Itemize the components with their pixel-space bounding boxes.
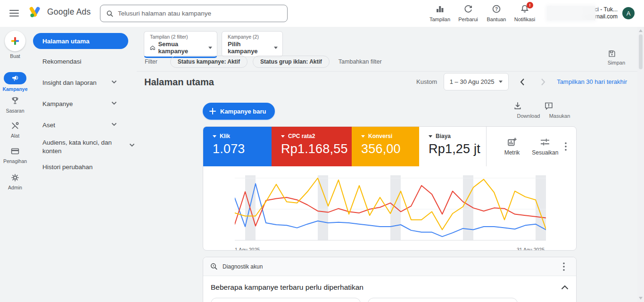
search-icon bbox=[106, 10, 114, 17]
refresh-button[interactable]: Perbarui bbox=[454, 4, 482, 22]
chevron-down-icon bbox=[129, 143, 135, 147]
search-input[interactable] bbox=[118, 10, 281, 17]
report-actions: Download Masukan bbox=[513, 101, 575, 119]
diagnostics-body: Beberapa kampanye terbaru perlu diperhat… bbox=[203, 276, 576, 302]
campaign-selector[interactable]: Kampanye (2) Pilih kampanye bbox=[222, 31, 283, 57]
google-ads-app: Google Ads Tampilan Perbarui bbox=[0, 0, 644, 302]
filter-chip-adgroup-status[interactable]: Status grup iklan: Aktif bbox=[253, 56, 330, 68]
metric-caret-icon bbox=[429, 135, 432, 138]
notification-badge: ! bbox=[527, 2, 533, 8]
topbar: Google Ads Tampilan Perbarui bbox=[0, 0, 644, 27]
overview-overflow-menu[interactable] bbox=[560, 140, 571, 153]
rail-item-billing[interactable]: Penagihan bbox=[0, 146, 30, 164]
campaign-alert-card-preview[interactable] bbox=[211, 298, 361, 302]
filter-bar: Filter Status kampanye: Aktif Status gru… bbox=[145, 56, 382, 68]
rail-item-goals[interactable]: Sasaran bbox=[0, 96, 30, 114]
view-selector[interactable]: Tampilan (2 filter) Semua kampanye bbox=[144, 31, 217, 58]
diagnostics-title: Diagnostik akun bbox=[223, 263, 263, 270]
gear-icon bbox=[0, 172, 30, 183]
customize-button[interactable]: Sesuaikan bbox=[532, 137, 558, 156]
help-icon: ? bbox=[482, 4, 511, 14]
x-axis-end-label: 31 Agu 2025 bbox=[517, 247, 545, 251]
google-ads-logo-icon bbox=[29, 6, 42, 18]
brand-name: Google Ads bbox=[47, 7, 91, 17]
bar-chart-icon bbox=[426, 4, 454, 14]
scorecard-cost-value: Rp1,25 jt bbox=[429, 142, 486, 156]
svg-text:?: ? bbox=[495, 7, 498, 12]
download-button[interactable]: Download bbox=[513, 101, 544, 119]
create-plus-icon bbox=[5, 31, 25, 51]
refresh-icon bbox=[454, 4, 482, 14]
vertical-scrollbar[interactable] bbox=[637, 27, 644, 302]
filter-label: Filter bbox=[145, 58, 157, 65]
subnav-item-home[interactable]: Halaman utama bbox=[33, 33, 128, 49]
avatar[interactable]: A bbox=[622, 7, 635, 19]
campaign-alert-card-preview[interactable] bbox=[368, 298, 518, 302]
metric-caret-icon bbox=[361, 135, 365, 138]
save-icon bbox=[608, 49, 616, 58]
metrics-chart-icon bbox=[507, 137, 517, 147]
metrics-button[interactable]: Metrik bbox=[504, 137, 520, 156]
nav-rail: Buat Kampanye Sasaran Alat bbox=[0, 27, 30, 302]
scrollbar-thumb[interactable] bbox=[639, 34, 643, 69]
date-next-button[interactable] bbox=[536, 75, 550, 89]
subnav: Halaman utama Rekomendasi Insight dan la… bbox=[30, 27, 137, 302]
tools-icon bbox=[0, 121, 30, 131]
trophy-icon bbox=[0, 96, 30, 106]
scorecard-clicks[interactable]: Klik 1.073 bbox=[203, 127, 272, 166]
help-button[interactable]: ? Bantuan bbox=[482, 4, 511, 22]
diagnostics-header: Diagnostik akun bbox=[203, 257, 576, 276]
scrollbar-down-arrow-icon[interactable] bbox=[639, 297, 643, 300]
scorecard-cost[interactable]: Biaya Rp1,25 jt bbox=[419, 127, 486, 166]
download-icon bbox=[513, 101, 522, 111]
notifications-button[interactable]: ! Notifikasi bbox=[511, 4, 539, 22]
dropdown-caret-icon bbox=[274, 47, 278, 49]
topbar-actions: Tampilan Perbarui ? Bantuan ! Notifikasi bbox=[426, 4, 539, 22]
global-search[interactable] bbox=[100, 5, 288, 22]
sliders-icon bbox=[540, 137, 550, 147]
subnav-item-audiences[interactable]: Audiens, kata kunci, dan konten bbox=[42, 139, 113, 155]
hamburger-menu-icon[interactable] bbox=[8, 8, 20, 18]
scrollbar-up-arrow-icon[interactable] bbox=[639, 29, 643, 32]
home-icon bbox=[150, 45, 155, 50]
dropdown-caret-icon bbox=[499, 81, 503, 83]
add-filter-button[interactable]: Tambahkan filter bbox=[339, 58, 382, 65]
section-divider bbox=[137, 71, 637, 72]
date-prev-button[interactable] bbox=[515, 75, 529, 89]
show-last-30-days-link[interactable]: Tampilkan 30 hari terakhir bbox=[557, 78, 627, 85]
scorecard-conversions-value: 356,00 bbox=[361, 142, 419, 156]
rail-item-campaigns[interactable]: Kampanye bbox=[0, 72, 30, 92]
collapse-section-button[interactable] bbox=[561, 285, 569, 290]
subnav-item-change-history[interactable]: Histori perubahan bbox=[42, 163, 130, 171]
date-controls: Kustom 1 – 30 Agu 2025 Tampilkan 30 hari… bbox=[416, 73, 627, 90]
subnav-item-assets[interactable]: Aset bbox=[42, 122, 130, 129]
feedback-button[interactable]: Masukan bbox=[544, 101, 575, 119]
rail-item-tools[interactable]: Alat bbox=[0, 121, 30, 139]
rail-item-create[interactable]: Buat bbox=[0, 31, 30, 59]
chevron-down-icon bbox=[111, 80, 117, 84]
plus-icon bbox=[209, 108, 216, 114]
diagnostics-overflow-menu[interactable] bbox=[558, 260, 570, 273]
subnav-item-recommendations[interactable]: Rekomendasi bbox=[42, 58, 130, 65]
line-chart bbox=[235, 174, 546, 245]
view-button[interactable]: Tampilan bbox=[426, 4, 454, 22]
trend-chart[interactable] bbox=[203, 166, 576, 245]
new-campaign-button[interactable]: Kampanye baru bbox=[203, 103, 275, 120]
overview-card: Klik 1.073 CPC rata2 Rp1.168,55 Konversi… bbox=[203, 126, 577, 251]
megaphone-icon bbox=[4, 72, 26, 84]
credit-card-icon bbox=[0, 146, 30, 156]
scorecard-conversions[interactable]: Konversi 356,00 bbox=[352, 127, 419, 166]
dropdown-caret-icon bbox=[208, 47, 212, 49]
rail-item-admin[interactable]: Admin bbox=[0, 172, 30, 190]
date-range-selector[interactable]: 1 – 30 Agu 2025 bbox=[444, 73, 509, 90]
subnav-item-insights[interactable]: Insight dan laporan bbox=[42, 79, 130, 86]
metric-caret-icon bbox=[281, 135, 285, 138]
diagnostics-card: Diagnostik akun Beberapa kampanye terbar… bbox=[203, 257, 577, 302]
x-axis-start-label: 1 Agu 2025 bbox=[235, 247, 260, 251]
scorecard-avg-cpc[interactable]: CPC rata2 Rp1.168,55 bbox=[272, 127, 352, 166]
filter-chip-campaign-status[interactable]: Status kampanye: Aktif bbox=[170, 56, 248, 68]
subnav-item-campaigns[interactable]: Kampanye bbox=[42, 100, 130, 107]
chart-controls: Metrik Sesuaikan bbox=[486, 127, 576, 166]
save-button[interactable]: Simpan bbox=[608, 49, 625, 65]
custom-label: Kustom bbox=[416, 78, 437, 85]
